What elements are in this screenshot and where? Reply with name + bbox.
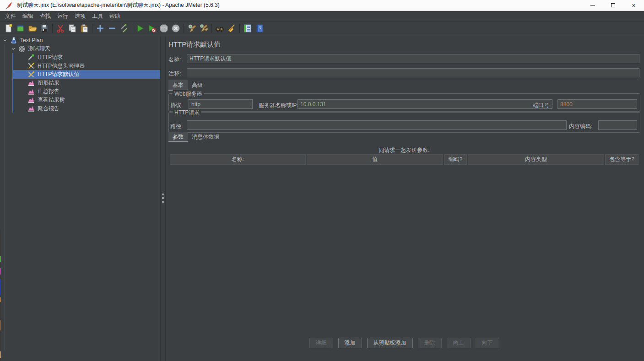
server-input[interactable] bbox=[298, 99, 552, 109]
comment-label: 注释: bbox=[168, 70, 181, 78]
save-icon bbox=[40, 24, 49, 33]
background-window-edge bbox=[0, 229, 1, 361]
menu-item-file[interactable]: 文件 bbox=[2, 12, 19, 20]
tab-basic[interactable]: 基本 bbox=[168, 80, 188, 91]
clear-all-button[interactable] bbox=[198, 22, 210, 34]
params-caption: 同请求一起发送参数: bbox=[170, 146, 639, 154]
up-button[interactable]: 向上 bbox=[447, 338, 471, 348]
copy-button[interactable] bbox=[66, 22, 78, 34]
svg-text:STOP: STOP bbox=[161, 27, 167, 30]
tree-item-graph-results[interactable]: 图形结果 bbox=[0, 79, 160, 87]
binoculars-icon bbox=[215, 24, 224, 33]
menu-item-tools[interactable]: 工具 bbox=[89, 12, 106, 20]
stop-icon: STOP bbox=[159, 24, 168, 33]
remove-button[interactable] bbox=[106, 22, 118, 34]
column-header-include-equals[interactable]: 包含等于? bbox=[605, 154, 639, 165]
column-header-encode[interactable]: 编码? bbox=[444, 154, 467, 165]
jmeter-window: 测试聊天.jmx (E:\software\apache-jmeter\bin\… bbox=[0, 0, 644, 361]
svg-text:?: ? bbox=[259, 26, 261, 31]
toolbar-separator bbox=[132, 24, 132, 33]
chart-icon bbox=[27, 79, 35, 86]
chevron-down-icon[interactable] bbox=[2, 37, 8, 43]
plus-icon bbox=[96, 24, 105, 33]
shutdown-button[interactable] bbox=[170, 22, 182, 34]
test-plan-tree: Test Plan 测试聊天 bbox=[0, 35, 160, 361]
menu-item-edit[interactable]: 编辑 bbox=[19, 12, 37, 20]
toggle-button[interactable] bbox=[118, 22, 130, 34]
start-no-pauses-button[interactable] bbox=[146, 22, 158, 34]
tab-body-data[interactable]: 消息体数据 bbox=[188, 132, 223, 142]
tab-advanced[interactable]: 高级 bbox=[188, 80, 207, 91]
chevron-down-icon[interactable] bbox=[10, 46, 16, 52]
paste-button[interactable] bbox=[78, 22, 90, 34]
close-icon: × bbox=[632, 2, 635, 9]
main-panel: HTTP请求默认值 名称: 注释: 基本 高级 Web服务器 协议: 服务器名称… bbox=[166, 35, 644, 361]
tree-item-summary-report[interactable]: 汇总报告 bbox=[0, 87, 160, 96]
cut-button[interactable] bbox=[54, 22, 66, 34]
open-folder-icon bbox=[28, 24, 37, 33]
tree-item-header-manager[interactable]: HTTP信息头管理器 bbox=[0, 62, 160, 70]
delete-button[interactable]: 删除 bbox=[418, 338, 442, 348]
chart-icon bbox=[27, 96, 35, 103]
column-header-name[interactable]: 名称: bbox=[170, 154, 306, 165]
comment-input[interactable] bbox=[187, 68, 639, 77]
new-file-button[interactable] bbox=[3, 22, 15, 34]
open-button[interactable] bbox=[27, 22, 38, 34]
start-icon bbox=[135, 24, 145, 33]
toolbar-separator bbox=[239, 24, 240, 33]
tree-item-test-plan[interactable]: Test Plan bbox=[0, 36, 160, 45]
clear-button[interactable] bbox=[186, 22, 198, 34]
parameters-tabs: 参数 消息体数据 bbox=[168, 133, 223, 142]
help-button[interactable]: ? bbox=[254, 22, 265, 34]
content-encoding-label: 内容编码: bbox=[569, 123, 592, 130]
templates-button[interactable] bbox=[15, 22, 27, 34]
close-button[interactable]: × bbox=[623, 0, 644, 11]
down-button[interactable]: 向下 bbox=[476, 338, 499, 348]
tab-parameters[interactable]: 参数 bbox=[168, 132, 188, 142]
detail-button[interactable]: 详细 bbox=[309, 338, 333, 348]
add-from-clipboard-button[interactable]: 从剪贴板添加 bbox=[367, 338, 413, 348]
search-button[interactable] bbox=[214, 22, 226, 34]
name-input[interactable] bbox=[187, 54, 639, 63]
tree-item-request-defaults[interactable]: HTTP请求默认值 bbox=[0, 70, 160, 79]
jmeter-logo-icon bbox=[5, 2, 13, 9]
menu-item-options[interactable]: 选项 bbox=[71, 12, 89, 20]
add-row-button[interactable]: 添加 bbox=[338, 338, 362, 348]
protocol-input[interactable] bbox=[189, 99, 253, 109]
broom-icon bbox=[227, 24, 236, 33]
menu-item-help[interactable]: 帮助 bbox=[106, 12, 124, 20]
tree-item-view-results-tree[interactable]: 查看结果树 bbox=[0, 96, 160, 104]
start-button[interactable] bbox=[134, 22, 146, 34]
tree-item-aggregate-report[interactable]: 聚合报告 bbox=[0, 104, 160, 113]
menubar: 文件 编辑 查找 运行 选项 工具 帮助 bbox=[0, 11, 644, 22]
reset-search-button[interactable] bbox=[226, 22, 238, 34]
save-button[interactable] bbox=[38, 22, 50, 34]
path-input[interactable] bbox=[187, 120, 567, 130]
menu-item-run[interactable]: 运行 bbox=[54, 12, 71, 20]
add-button[interactable] bbox=[94, 22, 106, 34]
tree-item-http-sampler[interactable]: HTTP请求 bbox=[0, 53, 160, 62]
crossed-tools-icon bbox=[27, 71, 35, 78]
titlebar: 测试聊天.jmx (E:\software\apache-jmeter\bin\… bbox=[0, 0, 644, 11]
copy-icon bbox=[68, 24, 77, 33]
maximize-button[interactable] bbox=[603, 0, 623, 11]
port-input[interactable] bbox=[557, 99, 637, 109]
chart-icon bbox=[27, 88, 35, 95]
column-header-content-type[interactable]: 内容类型 bbox=[468, 154, 604, 165]
minimize-button[interactable] bbox=[582, 0, 603, 11]
port-label: 端口号: bbox=[533, 102, 551, 109]
window-title: 测试聊天.jmx (E:\software\apache-jmeter\bin\… bbox=[17, 1, 220, 9]
splitter-grip-icon[interactable] bbox=[162, 194, 164, 203]
splitter[interactable] bbox=[160, 35, 166, 361]
stop-button[interactable]: STOP bbox=[158, 22, 170, 34]
content-encoding-input[interactable] bbox=[598, 120, 637, 130]
name-label: 名称: bbox=[168, 56, 181, 64]
column-header-value[interactable]: 值 bbox=[307, 154, 443, 165]
clear-icon bbox=[187, 24, 196, 33]
clear-all-icon bbox=[199, 24, 208, 33]
page-title: HTTP请求默认值 bbox=[168, 40, 221, 49]
tree-item-thread-group[interactable]: 测试聊天 bbox=[0, 45, 160, 54]
http-sampler-icon bbox=[27, 54, 35, 61]
function-helper-button[interactable] bbox=[242, 22, 254, 34]
menu-item-search[interactable]: 查找 bbox=[37, 12, 54, 20]
